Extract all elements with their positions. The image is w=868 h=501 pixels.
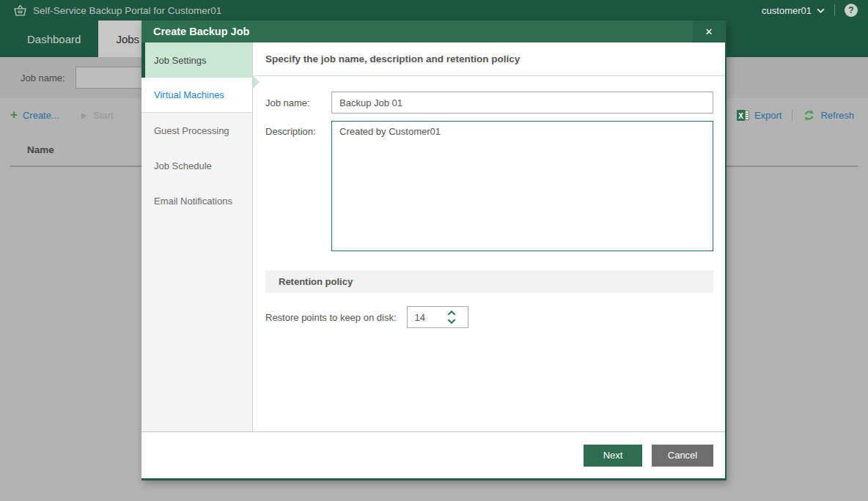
help-icon[interactable]: ? (845, 4, 858, 17)
next-button[interactable]: Next (584, 445, 642, 467)
restore-points-spinner (407, 306, 468, 328)
cancel-button[interactable]: Cancel (652, 445, 713, 467)
start-button[interactable]: ▶ Start (81, 110, 114, 121)
topbar-divider (834, 4, 835, 16)
plus-icon: + (10, 110, 18, 120)
retention-policy-header: Retention policy (265, 270, 713, 293)
play-icon: ▶ (81, 111, 87, 120)
job-name-filter-label: Job name: (21, 73, 65, 84)
wizard-step-email-notifications: Email Notifications (141, 183, 252, 218)
column-header-name[interactable]: Name (27, 144, 54, 155)
spinner-down-icon[interactable] (447, 319, 456, 324)
svg-text:X: X (738, 111, 743, 119)
close-icon[interactable]: ✕ (693, 21, 725, 42)
step-description-header: Specify the job name, description and re… (253, 42, 725, 76)
toolbar-divider (792, 110, 792, 121)
chevron-down-icon (817, 8, 825, 13)
create-backup-job-dialog: Create Backup Job ✕ Job Settings Virtual… (141, 21, 727, 480)
dialog-footer: Next Cancel (141, 431, 725, 478)
wizard-step-job-settings[interactable]: Job Settings (141, 42, 252, 78)
export-button[interactable]: X Export (737, 109, 782, 122)
wizard-step-guest-processing: Guest Processing (141, 113, 252, 148)
description-textarea[interactable]: Created by Customer01 (331, 121, 713, 251)
description-label: Description: (265, 121, 331, 137)
wizard-content: Specify the job name, description and re… (253, 42, 725, 431)
top-bar: Self-Service Backup Portal for Customer0… (0, 0, 868, 21)
app-title: Self-Service Backup Portal for Customer0… (33, 5, 221, 16)
tab-dashboard[interactable]: Dashboard (10, 21, 98, 57)
wizard-steps: Job Settings Virtual Machines Guest Proc… (141, 42, 253, 431)
portal-logo-icon (13, 4, 27, 17)
dialog-title-bar: Create Backup Job ✕ (141, 21, 725, 42)
user-menu[interactable]: customer01 (762, 5, 825, 16)
active-step-arrow (253, 75, 260, 89)
refresh-icon (803, 109, 815, 122)
create-button[interactable]: + Create... (10, 110, 59, 121)
job-name-input[interactable] (331, 92, 713, 114)
job-name-label: Job name: (265, 97, 331, 108)
spinner-up-icon[interactable] (447, 311, 456, 316)
user-name: customer01 (762, 5, 812, 16)
restore-points-input[interactable] (408, 312, 446, 323)
steps-filler (141, 218, 252, 431)
restore-points-label: Restore points to keep on disk: (265, 312, 397, 323)
wizard-step-job-schedule: Job Schedule (141, 148, 252, 183)
dialog-title: Create Backup Job (153, 26, 249, 37)
excel-icon: X (737, 109, 749, 122)
wizard-step-virtual-machines[interactable]: Virtual Machines (141, 78, 252, 113)
refresh-button[interactable]: Refresh (803, 109, 854, 122)
